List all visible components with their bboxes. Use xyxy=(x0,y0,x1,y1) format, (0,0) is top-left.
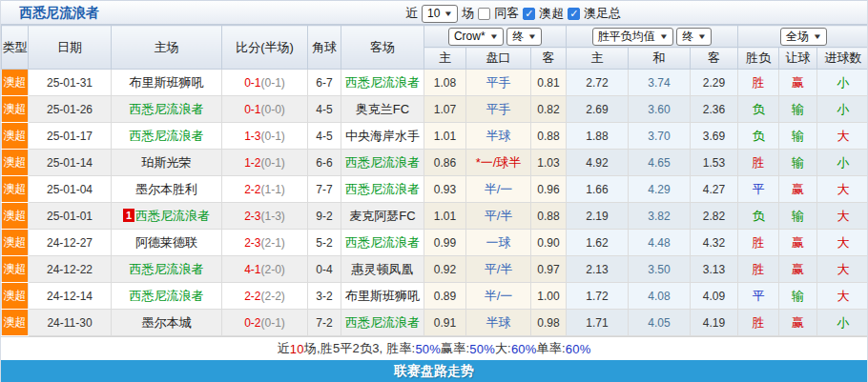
same-away-checkbox[interactable] xyxy=(478,8,490,20)
avg-home-cell: 1.72 xyxy=(567,283,629,310)
table-header: 类型 日期 主场 比分(半场) 角球 客场 Crow*▼ 终▼ 胜平负均值▼ 终… xyxy=(2,26,868,70)
date-cell: 24-12-22 xyxy=(29,256,112,283)
avg-home-cell: 2.72 xyxy=(567,70,629,96)
result-cell: 胜 xyxy=(738,70,779,96)
type-cell: 澳超 xyxy=(2,310,29,336)
home-team-name: 西悉尼流浪者 xyxy=(130,289,204,303)
bookmaker-select[interactable]: Crow*▼ xyxy=(448,28,504,46)
corners-cell: 4-5 xyxy=(308,123,341,150)
type-cell: 澳超 xyxy=(2,150,29,176)
handicap-line-cell: 半/一 xyxy=(466,283,531,310)
result-cell: 胜 xyxy=(738,150,779,176)
handicap-home-odds-cell: 0.93 xyxy=(424,176,466,203)
home-team-cell[interactable]: 珀斯光荣 xyxy=(112,150,222,176)
away-team-cell[interactable]: 西悉尼流浪者 xyxy=(341,310,424,336)
avg-draw-cell: 3.82 xyxy=(629,203,691,230)
halftime-score: (2-2) xyxy=(261,290,285,303)
avg-draw-cell: 4.48 xyxy=(629,230,691,256)
mean-odds-select[interactable]: 胜平负均值▼ xyxy=(592,28,673,46)
avg-draw-cell: 3.60 xyxy=(629,96,691,123)
odds-stage-select-1[interactable]: 终▼ xyxy=(506,28,542,46)
home-team-name: 阿德莱德联 xyxy=(135,235,197,250)
recent-count-select[interactable]: 10▼ xyxy=(422,5,458,23)
handicap-away-odds-cell: 1.03 xyxy=(531,150,567,176)
goals-cell: 大 xyxy=(817,283,868,310)
handicap-result-cell: 输 xyxy=(779,123,817,150)
away-team-name: 西悉尼流浪者 xyxy=(345,182,420,196)
halftime-score: (0-1) xyxy=(261,130,285,143)
summary-line: 近10场,胜5平2负3, 胜率:50% 赢率:50% 大:60% 单率:60% xyxy=(1,336,867,360)
sub-header-avg-home: 主 xyxy=(567,48,629,70)
goals-cell: 小 xyxy=(817,150,868,176)
chevron-down-icon: ▼ xyxy=(527,30,537,44)
recent-label: 近 xyxy=(405,5,418,22)
fulltime-score: 0-1 xyxy=(244,76,260,90)
score-cell: 2-3(1-3) xyxy=(222,203,308,230)
home-team-cell[interactable]: 墨尔本城 xyxy=(112,310,222,336)
handicap-home-odds-cell: 0.99 xyxy=(424,230,466,256)
away-team-cell[interactable]: 西悉尼流浪者 xyxy=(341,230,424,256)
home-team-cell[interactable]: 1西悉尼流浪者 xyxy=(112,203,222,230)
avg-away-cell: 1.53 xyxy=(691,150,738,176)
home-team-name: 珀斯光荣 xyxy=(142,155,192,170)
home-team-cell[interactable]: 西悉尼流浪者 xyxy=(112,256,222,283)
avg-draw-cell: 4.05 xyxy=(629,310,691,336)
handicap-result-cell: 赢 xyxy=(779,230,817,256)
avg-draw-cell: 3.74 xyxy=(629,70,691,96)
home-team-cell[interactable]: 阿德莱德联 xyxy=(112,230,222,256)
home-team-cell[interactable]: 西悉尼流浪者 xyxy=(112,96,222,123)
away-team-cell[interactable]: 惠灵顿凤凰 xyxy=(341,256,424,283)
fulltime-score: 1-2 xyxy=(244,156,260,170)
handicap-home-odds-cell: 1.01 xyxy=(424,123,466,150)
result-cell: 平 xyxy=(738,176,779,203)
odds-stage-select-2[interactable]: 终▼ xyxy=(676,28,712,46)
table-row: 澳超25-01-011西悉尼流浪者2-3(1-3)9-2麦克阿瑟FC1.01平/… xyxy=(2,203,868,230)
home-team-cell[interactable]: 布里斯班狮吼 xyxy=(112,70,222,96)
handicap-line-cell: *一/球半 xyxy=(466,150,531,176)
away-team-cell[interactable]: 奥克兰FC xyxy=(341,96,424,123)
summary-segment: 单率: xyxy=(537,340,566,357)
away-team-cell[interactable]: 麦克阿瑟FC xyxy=(341,203,424,230)
handicap-result-cell: 输 xyxy=(779,150,817,176)
sub-header-handicap-home: 主 xyxy=(424,48,466,70)
summary-segment: 近 xyxy=(278,340,290,357)
home-team-cell[interactable]: 墨尔本胜利 xyxy=(112,176,222,203)
handicap-away-odds-cell: 0.88 xyxy=(531,203,567,230)
summary-segment: 50% xyxy=(469,342,495,356)
away-team-cell[interactable]: 中央海岸水手 xyxy=(341,123,424,150)
handicap-away-odds-cell: 1.00 xyxy=(531,283,567,310)
away-team-cell[interactable]: 西悉尼流浪者 xyxy=(341,70,424,96)
goals-cell: 小 xyxy=(817,310,868,336)
home-team-cell[interactable]: 西悉尼流浪者 xyxy=(112,123,222,150)
avg-draw-cell: 4.08 xyxy=(629,283,691,310)
scope-select[interactable]: 全场▼ xyxy=(780,28,827,46)
result-cell: 负 xyxy=(738,123,779,150)
away-team-cell[interactable]: 西悉尼流浪者 xyxy=(341,150,424,176)
away-team-cell[interactable]: 布里斯班狮吼 xyxy=(341,283,424,310)
home-team-cell[interactable]: 西悉尼流浪者 xyxy=(112,283,222,310)
result-cell: 负 xyxy=(738,203,779,230)
handicap-line-cell: 半球 xyxy=(466,310,531,336)
avg-away-cell: 4.32 xyxy=(691,230,738,256)
league-a-checkbox[interactable] xyxy=(523,8,535,20)
date-cell: 25-01-17 xyxy=(29,123,112,150)
handicap-line-cell: 半球 xyxy=(466,123,531,150)
league-a-label: 澳超 xyxy=(539,5,564,22)
handicap-away-odds-cell: 0.90 xyxy=(531,230,567,256)
away-team-name: 中央海岸水手 xyxy=(345,129,420,143)
league-b-checkbox[interactable] xyxy=(568,8,580,20)
bookmaker-header-cell: Crow*▼ 终▼ xyxy=(424,26,567,48)
away-team-cell[interactable]: 西悉尼流浪者 xyxy=(341,176,424,203)
away-team-name: 西悉尼流浪者 xyxy=(345,155,420,170)
avg-draw-cell: 4.29 xyxy=(629,176,691,203)
sub-header-handicap-result: 让球 xyxy=(779,48,817,70)
type-cell: 澳超 xyxy=(2,256,29,283)
avg-away-cell: 3.13 xyxy=(691,256,738,283)
score-cell: 2-2(1-1) xyxy=(222,176,308,203)
date-cell: 24-12-27 xyxy=(29,230,112,256)
col-header-home: 主场 xyxy=(112,26,222,70)
score-cell: 1-2(0-1) xyxy=(222,150,308,176)
handicap-line-cell: 平手 xyxy=(466,70,531,96)
summary-segment: 场,胜5平2负3, 胜率: xyxy=(304,340,416,357)
away-team-name: 西悉尼流浪者 xyxy=(345,315,420,330)
